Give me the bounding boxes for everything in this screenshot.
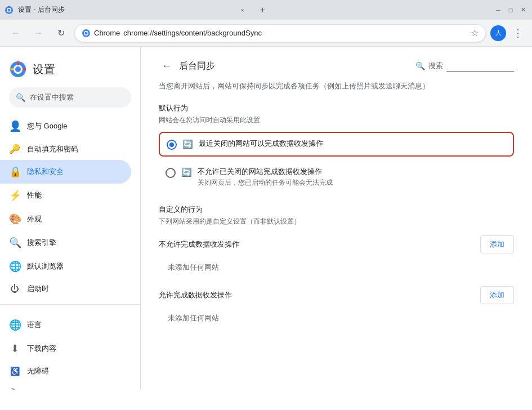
sidebar-label-appearance: 外观	[27, 214, 42, 224]
sidebar-group-2: 🌐 语言 ⬇ 下载内容 ♿ 无障碍 🔧 系统 🔄 重置设置	[0, 313, 140, 390]
url-text: chrome://settings/content/backgroundSync	[123, 29, 467, 37]
new-tab-btn[interactable]: +	[256, 3, 270, 17]
allow-empty: 未添加任何网站	[159, 309, 514, 328]
custom-behavior-title: 自定义的行为	[159, 204, 514, 215]
maximize-btn[interactable]: □	[506, 6, 515, 15]
svg-rect-9	[17, 61, 19, 65]
sidebar-item-system[interactable]: 🔧 系统	[0, 382, 131, 390]
navbar: ← → ↻ Chrome chrome://settings/content/b…	[0, 20, 532, 47]
chrome-tab-icon	[5, 6, 14, 15]
sidebar-item-downloads[interactable]: ⬇ 下载内容	[0, 337, 131, 360]
titlebar: 设置 - 后台同步 × + ─ □ ✕	[0, 0, 532, 20]
address-bar[interactable]: Chrome chrome://settings/content/backgro…	[74, 24, 486, 42]
window-controls: ─ □ ✕	[494, 6, 527, 15]
main-content: 设置 🔍 在设置中搜索 👤 您与 Google 🔑 自动填充和密码 🔒 隐私和安…	[0, 47, 532, 390]
appearance-icon: 🎨	[9, 213, 20, 225]
language-icon: 🌐	[9, 319, 20, 331]
performance-icon: ⚡	[9, 189, 20, 202]
reload-btn[interactable]: ↻	[52, 24, 70, 42]
sidebar-search-placeholder: 在设置中搜索	[30, 92, 124, 102]
tab-close-btn[interactable]: ×	[238, 6, 247, 15]
panel-header: ← 后台同步 🔍 搜索	[159, 58, 514, 74]
sidebar-label-language: 语言	[27, 320, 42, 330]
sidebar-item-privacy[interactable]: 🔒 隐私和安全	[0, 160, 131, 184]
sidebar-item-search[interactable]: 🔍 搜索引擎	[0, 231, 131, 255]
panel-back-btn[interactable]: ←	[159, 58, 175, 74]
sidebar-item-you-google[interactable]: 👤 您与 Google	[0, 114, 131, 138]
search-icon: 🔍	[16, 93, 25, 102]
svg-rect-12	[23, 68, 26, 70]
svg-rect-11	[10, 68, 14, 70]
user-icon: 👤	[9, 120, 20, 132]
radio-allow-dot	[169, 142, 174, 147]
sidebar-search[interactable]: 🔍 在设置中搜索	[9, 87, 131, 108]
panel-search-icon: 🔍	[415, 61, 425, 70]
option-deny-sublabel: 关闭网页后，您已启动的任务可能会无法完成	[198, 178, 333, 188]
sidebar-label-downloads: 下载内容	[27, 344, 56, 354]
svg-point-5	[85, 32, 88, 34]
browser-icon: 🌐	[9, 260, 20, 273]
panel-search-line	[446, 60, 514, 72]
sidebar-label-privacy: 隐私和安全	[27, 167, 64, 177]
minimize-btn[interactable]: ─	[494, 6, 503, 15]
deny-empty: 未添加任何网站	[159, 258, 514, 277]
svg-point-2	[8, 8, 11, 11]
sidebar-item-startup[interactable]: ⏻ 启动时	[0, 278, 131, 300]
option-deny[interactable]: 🔄 不允许已关闭的网站完成数据收发操作 关闭网页后，您已启动的任务可能会无法完成	[159, 161, 514, 193]
forward-btn[interactable]: →	[29, 24, 47, 42]
option-allow-icon: 🔄	[182, 139, 193, 149]
panel-title-row: ← 后台同步	[159, 58, 215, 74]
sidebar: 设置 🔍 在设置中搜索 👤 您与 Google 🔑 自动填充和密码 🔒 隐私和安…	[0, 47, 141, 390]
deny-section-header: 不允许完成数据收发操作 添加	[159, 235, 514, 253]
default-behavior-sub: 网站会在您访问时自动采用此设置	[159, 115, 514, 125]
chrome-label: Chrome	[94, 29, 120, 37]
back-btn[interactable]: ←	[7, 24, 25, 42]
option-deny-content: 不允许已关闭的网站完成数据收发操作 关闭网页后，您已启动的任务可能会无法完成	[198, 167, 333, 188]
sidebar-group-1: 👤 您与 Google 🔑 自动填充和密码 🔒 隐私和安全 ⚡ 性能 🎨 外观 …	[0, 114, 140, 300]
deny-section-title: 不允许完成数据收发操作	[159, 239, 239, 249]
sidebar-label-performance: 性能	[27, 190, 42, 200]
sidebar-item-autofill[interactable]: 🔑 自动填充和密码	[0, 138, 131, 160]
sidebar-item-browser[interactable]: 🌐 默认浏览器	[0, 255, 131, 278]
option-allow[interactable]: 🔄 最近关闭的网站可以完成数据收发操作	[159, 132, 514, 157]
shield-icon: 🔒	[9, 166, 20, 178]
download-icon: ⬇	[9, 342, 20, 355]
sidebar-item-appearance[interactable]: 🎨 外观	[0, 207, 131, 231]
option-allow-content: 最近关闭的网站可以完成数据收发操作	[199, 139, 323, 149]
bookmark-btn[interactable]: ☆	[471, 28, 479, 38]
settings-title: 设置	[33, 62, 55, 77]
settings-logo	[9, 60, 27, 78]
default-behavior-section: 默认行为 网站会在您访问时自动采用此设置 🔄 最近关闭的网站可以完成数据收发操作…	[159, 103, 514, 193]
profile-btn[interactable]: 人	[490, 25, 506, 41]
allow-add-btn[interactable]: 添加	[480, 286, 514, 304]
menu-btn[interactable]: ⋮	[511, 25, 525, 42]
svg-point-8	[15, 66, 21, 72]
default-behavior-title: 默认行为	[159, 103, 514, 113]
lock-icon: 🔑	[9, 144, 20, 154]
panel-search-label: 搜索	[428, 61, 443, 71]
sidebar-item-accessibility[interactable]: ♿ 无障碍	[0, 360, 131, 382]
close-btn[interactable]: ✕	[518, 6, 527, 15]
sidebar-item-language[interactable]: 🌐 语言	[0, 313, 131, 337]
option-deny-icon: 🔄	[181, 167, 192, 177]
panel-title: 后台同步	[179, 60, 215, 72]
tab-title: 设置 - 后台同步	[18, 5, 234, 15]
option-deny-label: 不允许已关闭的网站完成数据收发操作	[198, 167, 333, 177]
sidebar-label-search: 搜索引擎	[27, 238, 56, 248]
deny-add-btn[interactable]: 添加	[480, 235, 514, 253]
custom-behavior-sub: 下列网站采用的是自定义设置（而非默认设置）	[159, 217, 514, 226]
custom-behavior-section: 自定义的行为 下列网站采用的是自定义设置（而非默认设置） 不允许完成数据收发操作…	[159, 204, 514, 328]
svg-rect-10	[17, 74, 19, 77]
system-icon: 🔧	[9, 387, 20, 390]
search-engine-icon: 🔍	[9, 237, 20, 249]
radio-allow-circle	[167, 140, 177, 150]
panel-search[interactable]: 🔍 搜索	[415, 60, 514, 72]
sidebar-label-browser: 默认浏览器	[27, 261, 64, 271]
settings-header: 设置	[0, 56, 140, 87]
sidebar-label-startup: 启动时	[27, 284, 49, 294]
panel-description: 当您离开网站后，网站可保持同步以完成各项任务（例如上传照片或发送聊天消息）	[159, 81, 514, 92]
option-allow-label: 最近关闭的网站可以完成数据收发操作	[199, 139, 323, 149]
startup-icon: ⏻	[9, 284, 20, 294]
sidebar-item-performance[interactable]: ⚡ 性能	[0, 184, 131, 207]
main-panel: ← 后台同步 🔍 搜索 当您离开网站后，网站可保持同步以完成各项任务（例如上传照…	[141, 47, 532, 390]
